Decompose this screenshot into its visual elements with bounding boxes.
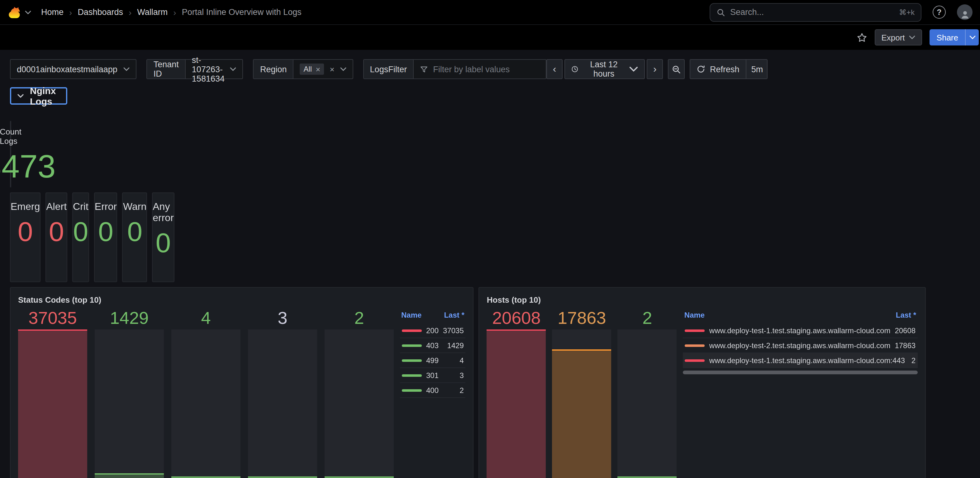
help-icon[interactable]: ? <box>933 6 946 19</box>
legend-name: 200 <box>426 326 439 335</box>
refresh-interval-select[interactable]: 5m <box>746 60 768 78</box>
bar-track <box>171 329 240 478</box>
legend-row[interactable]: 200 37035 <box>400 323 466 338</box>
series-color-icon <box>402 389 422 391</box>
panel-warn: Warn 0 <box>123 192 147 282</box>
breadcrumb-home[interactable]: Home <box>41 8 64 17</box>
series-color-icon <box>402 359 422 362</box>
export-button[interactable]: Export <box>874 29 922 46</box>
region-chip[interactable]: All × <box>300 64 324 75</box>
legend-name-header[interactable]: Name <box>684 311 705 319</box>
bar-col-host-3[interactable]: 2 <box>618 309 677 478</box>
bar-track <box>487 329 546 478</box>
legend-value: 1429 <box>447 341 463 350</box>
logs-filter-input[interactable]: Filter by label values <box>414 60 546 78</box>
star-icon[interactable] <box>856 32 867 43</box>
logs-filter-label: LogsFilter <box>364 60 414 78</box>
bar-value: 37035 <box>18 309 87 329</box>
panel-title: Error <box>95 201 117 212</box>
time-shift-back-button[interactable]: ‹ <box>546 59 563 79</box>
legend-row[interactable]: 403 1429 <box>400 338 466 353</box>
bar-fill <box>618 476 677 478</box>
top-navigation: Home › Dashboards › Wallarm › Portal Inl… <box>0 0 980 25</box>
stat-value: 0 <box>127 216 142 247</box>
bar-col-200[interactable]: 37035 <box>18 309 87 478</box>
legend-value: 3 <box>460 371 463 380</box>
grafana-logo-icon[interactable] <box>8 5 21 19</box>
bar-track <box>95 329 164 478</box>
breadcrumb-current-page: Portal Inline Overview with Logs <box>182 8 302 17</box>
zoom-out-button[interactable] <box>668 59 684 79</box>
series-color-icon <box>685 344 705 346</box>
app-select[interactable]: d0001ainboxatestmailaapp <box>10 59 137 79</box>
panel-title: Hosts (top 10) <box>487 295 917 305</box>
stat-value: 0 <box>156 227 171 259</box>
legend-name: 301 <box>426 371 439 380</box>
bar-col-host-1[interactable]: 20608 <box>487 309 546 478</box>
region-select[interactable]: All × × <box>294 60 353 78</box>
legend-value: 20608 <box>895 326 916 335</box>
tenant-select[interactable]: st-107263-1581634 <box>186 60 243 78</box>
bar-track <box>552 329 611 478</box>
panel-error: Error 0 <box>94 192 118 282</box>
legend-row[interactable]: 499 4 <box>400 353 466 368</box>
refresh-icon <box>696 65 705 73</box>
legend: Name Last * 200 37035 403 1429 <box>400 309 466 398</box>
legend-name: 499 <box>426 356 439 365</box>
legend-row[interactable]: www.deploy-test-1.test.staging.aws.walla… <box>683 353 917 368</box>
dashboard-toolbar: Export Share <box>0 25 980 50</box>
panel-status-codes: Status Codes (top 10) 37035 1429 4 <box>10 287 474 478</box>
chevron-down-icon <box>969 35 975 39</box>
chevron-down-icon <box>124 67 130 71</box>
bar-track <box>618 329 677 478</box>
chevron-down-icon <box>340 67 347 71</box>
bar-col-301[interactable]: 3 <box>248 309 317 478</box>
legend-row[interactable]: 301 3 <box>400 368 466 383</box>
time-controls: ‹ Last 12 hours › Refresh <box>546 59 768 79</box>
breadcrumb-wallarm[interactable]: Wallarm <box>137 8 168 17</box>
bar-col-host-2[interactable]: 17863 <box>552 309 611 478</box>
share-menu-toggle[interactable] <box>965 29 979 46</box>
legend-name-header[interactable]: Name <box>401 311 422 319</box>
tenant-value: st-107263-1581634 <box>192 55 224 83</box>
time-shift-forward-button[interactable]: › <box>647 59 663 79</box>
breadcrumb-separator: › <box>69 7 72 17</box>
bar-col-400[interactable]: 2 <box>325 309 394 478</box>
panel-title: Count Logs <box>0 127 21 146</box>
time-range-picker[interactable]: Last 12 hours <box>565 59 645 79</box>
legend-name: www.deploy-test-2.test.staging.aws.walla… <box>709 341 891 350</box>
bar-col-403[interactable]: 1429 <box>95 309 164 478</box>
legend-value-header[interactable]: Last * <box>444 311 464 319</box>
row-title: Nginx Logs <box>30 85 56 106</box>
row-nginx-logs[interactable]: Nginx Logs <box>10 87 67 105</box>
breadcrumb-dashboards[interactable]: Dashboards <box>78 8 123 17</box>
refresh-button[interactable]: Refresh <box>690 60 746 78</box>
legend-value: 4 <box>460 356 463 365</box>
remove-region-value-icon[interactable]: × <box>315 65 320 73</box>
stat-value: 0 <box>49 216 64 247</box>
avatar[interactable] <box>957 4 972 20</box>
legend-value-header[interactable]: Last * <box>896 311 916 319</box>
legend-row[interactable]: www.deploy-test-2.test.staging.aws.walla… <box>683 338 917 353</box>
bar-fill <box>18 329 87 478</box>
legend-row[interactable]: www.deploy-test-1.test.staging.aws.walla… <box>683 323 917 338</box>
series-color-icon <box>685 359 705 362</box>
bar-value: 20608 <box>487 309 546 329</box>
legend-name: 403 <box>426 341 439 350</box>
bar-fill <box>171 476 240 478</box>
share-button[interactable]: Share <box>930 29 979 46</box>
stat-value: 0 <box>73 216 88 247</box>
legend-row[interactable]: 400 2 <box>400 383 466 398</box>
chevron-down-icon <box>629 65 638 73</box>
horizontal-scrollbar[interactable] <box>683 370 917 374</box>
series-color-icon <box>685 329 705 332</box>
grafana-dashboard: Home › Dashboards › Wallarm › Portal Inl… <box>0 0 980 478</box>
bar-col-499[interactable]: 4 <box>171 309 240 478</box>
search-input[interactable]: Search... ⌘+k <box>710 3 921 22</box>
clear-region-icon[interactable]: × <box>329 65 334 73</box>
chevron-down-icon[interactable] <box>25 10 31 14</box>
tenant-label: Tenant ID <box>147 60 186 78</box>
panel-title: Status Codes (top 10) <box>18 295 466 305</box>
panel-title: Crit <box>73 201 89 212</box>
search-icon <box>716 8 725 16</box>
